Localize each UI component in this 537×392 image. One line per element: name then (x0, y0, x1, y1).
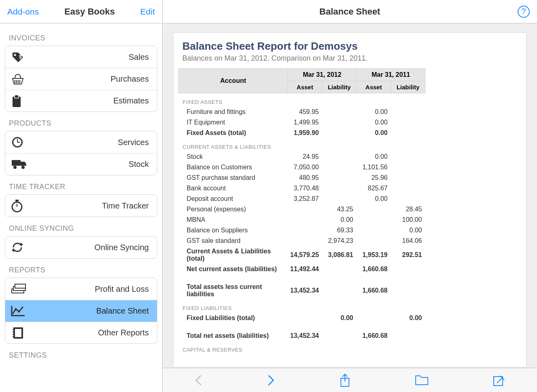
value-cell (322, 264, 357, 274)
report-subtitle: Balances on Mar 31, 2012. Comparison on … (173, 54, 526, 68)
value-cell: 100.00 (391, 215, 425, 225)
addons-link[interactable]: Add-ons (7, 7, 39, 17)
value-cell (322, 183, 357, 194)
sidebar-item-other[interactable]: Other Reports (5, 322, 157, 344)
sidebar-item-pl[interactable]: Profit and Loss (5, 278, 157, 300)
svg-line-35 (497, 377, 503, 383)
col-asset-1: Asset (288, 81, 322, 93)
table-row (179, 323, 425, 331)
table-row: Deposit account3,252.870.00 (179, 194, 425, 204)
value-cell (288, 225, 322, 236)
sidebar-item-stock[interactable]: Stock (5, 153, 157, 175)
sidebar-item-purchases[interactable]: Purchases (5, 68, 157, 90)
account-name: IT Equipment (179, 117, 288, 128)
table-row: Total net assets (liabilities)13,452.341… (179, 331, 425, 341)
value-cell (322, 117, 357, 128)
main-header: Balance Sheet ? (163, 0, 537, 23)
value-cell: 1,660.68 (357, 264, 391, 274)
value-cell (391, 173, 425, 183)
sidebar-item-label: Other Reports (30, 328, 151, 337)
compose-button[interactable] (493, 374, 505, 386)
account-name: Deposit account (179, 194, 288, 204)
table-row: Current Assets & Liabilities (total)14,5… (179, 246, 425, 264)
section-header: CURRENT ASSETS & LIABILITIES (179, 138, 425, 152)
table-row: GST sale standard2,974.23164.06 (179, 236, 425, 246)
value-cell (322, 331, 357, 341)
sidebar-item-syncing[interactable]: Online Syncing (5, 236, 157, 258)
value-cell (357, 313, 391, 323)
sidebar-item-sales[interactable]: $Sales (5, 46, 157, 68)
folder-icon (415, 375, 429, 386)
section-group: ServicesStock (5, 131, 157, 175)
account-name: Balance on Customers (179, 162, 288, 173)
col-liability-2: Liability (391, 81, 425, 93)
table-row: Bank account3,770.48825.67 (179, 183, 425, 194)
col-asset-2: Asset (357, 81, 391, 93)
value-cell: 825.67 (357, 183, 391, 194)
section-label: SETTINGS (5, 344, 157, 363)
share-icon (339, 373, 351, 387)
col-account: Account (179, 69, 288, 93)
notebook-icon (11, 327, 30, 339)
value-cell (391, 331, 425, 341)
edit-link[interactable]: Edit (140, 7, 155, 17)
value-cell (357, 236, 391, 246)
main-pane: Balance Sheet ? Balance Sheet Report for… (163, 0, 537, 392)
sidebar-item-label: Profit and Loss (30, 285, 151, 294)
value-cell: 11,492.44 (288, 264, 322, 274)
sidebar-item-estimates[interactable]: Estimates (5, 90, 157, 112)
section-label: REPORTS (5, 259, 157, 278)
value-cell (322, 194, 357, 204)
sidebar-header: Add-ons Easy Books Edit (0, 0, 162, 23)
table-row: CURRENT ASSETS & LIABILITIES (179, 138, 425, 152)
value-cell: 0.00 (357, 117, 391, 128)
account-name: Balance on Suppliers (179, 225, 288, 236)
tag-icon: $ (11, 51, 30, 63)
svg-text:$: $ (19, 54, 22, 60)
account-name: Furniture and fittings (179, 107, 288, 117)
value-cell (391, 183, 425, 194)
table-row: Balance on Customers7,050.001,101.56 (179, 162, 425, 173)
account-name: Bank account (179, 183, 288, 194)
value-cell (322, 173, 357, 183)
help-button[interactable]: ? (518, 6, 530, 18)
stopwatch-icon (11, 199, 30, 213)
sidebar-item-label: Sales (30, 53, 151, 62)
svg-rect-12 (12, 160, 21, 166)
value-cell: 2,974.23 (322, 236, 357, 246)
account-name: GST purchase standard (179, 173, 288, 183)
svg-point-25 (18, 310, 20, 312)
section-header: FIXED LIABILITIES (179, 299, 425, 313)
account-name: Current Assets & Liabilities (total) (179, 246, 288, 264)
bottom-toolbar (163, 368, 537, 392)
col-liability-1: Liability (322, 81, 357, 93)
svg-point-0 (14, 54, 16, 56)
share-button[interactable] (339, 373, 351, 387)
table-row: Net current assets (liabilities)11,492.4… (179, 264, 425, 274)
section-label: TIME TRACKER (5, 175, 157, 194)
value-cell: 28.45 (391, 204, 425, 215)
table-row: Balance on Suppliers69.330.00 (179, 225, 425, 236)
account-name: Total net assets (liabilities) (179, 331, 288, 341)
sidebar-item-services[interactable]: Services (5, 131, 157, 153)
table-row: Fixed Assets (total)1,959.900.00 (179, 128, 425, 138)
value-cell: 459.95 (288, 107, 322, 117)
folder-button[interactable] (415, 375, 429, 386)
value-cell: 14,579.25 (288, 246, 322, 264)
forward-button[interactable] (267, 374, 275, 387)
table-row: FIXED LIABILITIES (179, 299, 425, 313)
chevron-right-icon (267, 374, 275, 387)
value-cell: 1,959.90 (288, 128, 322, 138)
svg-marker-20 (12, 248, 14, 252)
basket-icon (11, 74, 30, 85)
back-button[interactable] (195, 374, 203, 387)
clock-icon (11, 136, 30, 149)
sidebar-item-timetracker[interactable]: Time Tracker (5, 195, 157, 217)
table-row: CAPITAL & RESERVES (179, 341, 425, 354)
value-cell (391, 152, 425, 162)
table-row: MBNA0.00100.00 (179, 215, 425, 225)
app-title: Easy Books (39, 6, 140, 17)
section-header: FIXED ASSETS (179, 93, 425, 107)
account-name: Stock (179, 152, 288, 162)
sidebar-item-balance[interactable]: Balance Sheet (5, 300, 157, 322)
